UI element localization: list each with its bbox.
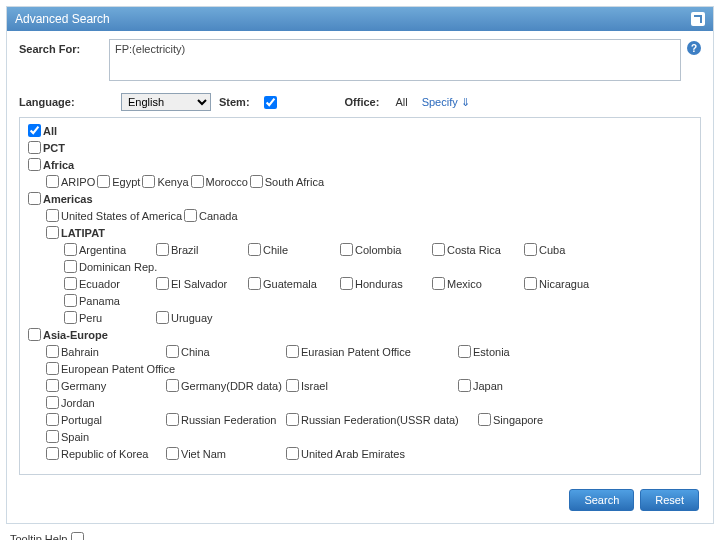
advanced-search-panel: Advanced Search Search For: ? Language: … bbox=[6, 6, 714, 524]
checkbox-nicaragua[interactable]: Nicaragua bbox=[524, 277, 614, 290]
checkbox-singapore[interactable]: Singapore bbox=[478, 413, 548, 426]
checkbox-all[interactable]: All bbox=[28, 124, 57, 137]
specify-link[interactable]: Specify ⇓ bbox=[422, 96, 470, 109]
checkbox-egypt[interactable]: Egypt bbox=[97, 175, 140, 188]
africa-items: ARIPO Egypt Kenya Morocco South Africa bbox=[46, 175, 692, 192]
asia-row-0: Bahrain China Eurasian Patent Office Est… bbox=[46, 345, 692, 379]
checkbox-colombia[interactable]: Colombia bbox=[340, 243, 430, 256]
latipat-row-0: Argentina Brazil Chile Colombia Costa Ri… bbox=[64, 243, 692, 277]
checkbox-bahrain[interactable]: Bahrain bbox=[46, 345, 164, 358]
checkbox-honduras[interactable]: Honduras bbox=[340, 277, 430, 290]
reset-button[interactable]: Reset bbox=[640, 489, 699, 511]
checkbox-brazil[interactable]: Brazil bbox=[156, 243, 246, 256]
language-label: Language: bbox=[19, 96, 109, 108]
checkbox-china[interactable]: China bbox=[166, 345, 284, 358]
stem-label: Stem: bbox=[219, 96, 250, 108]
latipat-row-1: Ecuador El Salvador Guatemala Honduras M… bbox=[64, 277, 692, 311]
panel-header: Advanced Search bbox=[7, 7, 713, 31]
checkbox-vietnam[interactable]: Viet Nam bbox=[166, 447, 284, 460]
checkbox-asia-europe[interactable]: Asia-Europe bbox=[28, 328, 108, 341]
checkbox-cuba[interactable]: Cuba bbox=[524, 243, 614, 256]
checkbox-israel[interactable]: Israel bbox=[286, 379, 456, 392]
checkbox-chile[interactable]: Chile bbox=[248, 243, 338, 256]
search-input[interactable] bbox=[109, 39, 681, 81]
office-box: All PCT Africa ARIPO Egypt Kenya Morocco… bbox=[19, 117, 701, 475]
checkbox-epo[interactable]: European Patent Office bbox=[46, 362, 216, 375]
office-label: Office: bbox=[345, 96, 380, 108]
asia-row-2: Portugal Russian Federation Russian Fede… bbox=[46, 413, 692, 447]
tooltip-help-row: Tooltip Help bbox=[0, 530, 720, 540]
checkbox-africa[interactable]: Africa bbox=[28, 158, 74, 171]
checkbox-japan[interactable]: Japan bbox=[458, 379, 548, 392]
help-icon[interactable]: ? bbox=[687, 41, 701, 55]
asia-row-1: Germany Germany(DDR data) Israel Japan J… bbox=[46, 379, 692, 413]
checkbox-aripo[interactable]: ARIPO bbox=[46, 175, 95, 188]
checkbox-morocco[interactable]: Morocco bbox=[191, 175, 248, 188]
checkbox-canada[interactable]: Canada bbox=[184, 209, 238, 222]
checkbox-pct[interactable]: PCT bbox=[28, 141, 65, 154]
search-button[interactable]: Search bbox=[569, 489, 634, 511]
checkbox-spain[interactable]: Spain bbox=[46, 430, 216, 443]
checkbox-panama[interactable]: Panama bbox=[64, 294, 182, 307]
tooltip-help-label: Tooltip Help bbox=[10, 533, 67, 541]
checkbox-eapo[interactable]: Eurasian Patent Office bbox=[286, 345, 456, 358]
checkbox-el-salvador[interactable]: El Salvador bbox=[156, 277, 246, 290]
checkbox-argentina[interactable]: Argentina bbox=[64, 243, 154, 256]
checkbox-uae[interactable]: United Arab Emirates bbox=[286, 447, 456, 460]
latipat-row-2: Peru Uruguay bbox=[64, 311, 692, 328]
checkbox-guatemala[interactable]: Guatemala bbox=[248, 277, 338, 290]
button-row: Search Reset bbox=[19, 485, 701, 519]
checkbox-kenya[interactable]: Kenya bbox=[142, 175, 188, 188]
panel-title: Advanced Search bbox=[15, 12, 110, 26]
checkbox-costa-rica[interactable]: Costa Rica bbox=[432, 243, 522, 256]
form-area: Search For: ? Language: English Stem: Of… bbox=[7, 31, 713, 523]
checkbox-russia-ussr[interactable]: Russian Federation(USSR data) bbox=[286, 413, 476, 426]
checkbox-germany[interactable]: Germany bbox=[46, 379, 164, 392]
asia-row-3: Republic of Korea Viet Nam United Arab E… bbox=[46, 447, 692, 464]
americas-top: United States of America Canada bbox=[46, 209, 692, 226]
checkbox-russia[interactable]: Russian Federation bbox=[166, 413, 284, 426]
options-row: Language: English Stem: Office: All Spec… bbox=[19, 93, 701, 111]
checkbox-mexico[interactable]: Mexico bbox=[432, 277, 522, 290]
checkbox-portugal[interactable]: Portugal bbox=[46, 413, 164, 426]
checkbox-dominican[interactable]: Dominican Rep. bbox=[64, 260, 182, 273]
office-value: All bbox=[395, 96, 407, 108]
search-label: Search For: bbox=[19, 39, 109, 55]
tooltip-help-checkbox[interactable] bbox=[71, 532, 84, 540]
checkbox-peru[interactable]: Peru bbox=[64, 311, 154, 324]
checkbox-usa[interactable]: United States of America bbox=[46, 209, 182, 222]
checkbox-jordan[interactable]: Jordan bbox=[46, 396, 216, 409]
search-row: Search For: ? bbox=[19, 39, 701, 81]
checkbox-ecuador[interactable]: Ecuador bbox=[64, 277, 154, 290]
checkbox-americas[interactable]: Americas bbox=[28, 192, 93, 205]
popout-icon[interactable] bbox=[691, 12, 705, 26]
checkbox-germany-ddr[interactable]: Germany(DDR data) bbox=[166, 379, 284, 392]
language-select[interactable]: English bbox=[121, 93, 211, 111]
stem-checkbox[interactable] bbox=[264, 96, 277, 109]
checkbox-uruguay[interactable]: Uruguay bbox=[156, 311, 246, 324]
checkbox-latipat[interactable]: LATIPAT bbox=[46, 226, 105, 239]
checkbox-south-africa[interactable]: South Africa bbox=[250, 175, 324, 188]
checkbox-estonia[interactable]: Estonia bbox=[458, 345, 548, 358]
checkbox-korea[interactable]: Republic of Korea bbox=[46, 447, 164, 460]
